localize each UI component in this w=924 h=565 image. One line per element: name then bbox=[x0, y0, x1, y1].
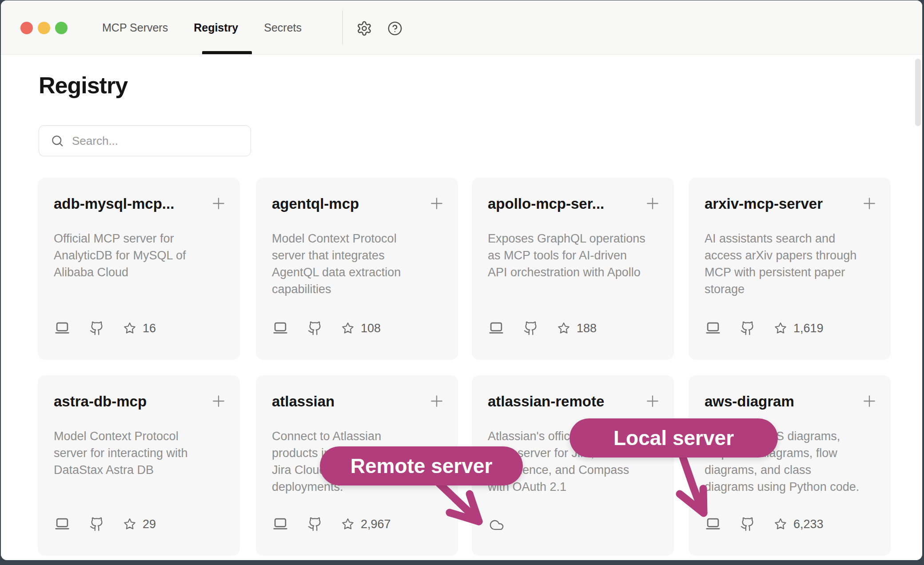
laptop-icon bbox=[272, 320, 289, 337]
server-name: arxiv-mcp-server bbox=[705, 195, 823, 212]
github-icon bbox=[740, 321, 755, 336]
local-server-callout: Local server bbox=[570, 418, 778, 458]
star-count: 1,619 bbox=[793, 322, 824, 335]
add-server-button[interactable] bbox=[860, 194, 879, 213]
add-server-button[interactable] bbox=[209, 194, 228, 213]
server-description: Model Context Protocol server that integ… bbox=[272, 230, 446, 298]
server-name: agentql-mcp bbox=[272, 195, 359, 212]
server-card-footer: 188 bbox=[488, 320, 597, 337]
search-box bbox=[39, 125, 251, 156]
star-rating: 2,967 bbox=[341, 517, 391, 531]
server-description: Exposes GraphQL operations as MCP tools … bbox=[488, 230, 662, 281]
star-count: 6,233 bbox=[793, 517, 824, 531]
add-server-button[interactable] bbox=[643, 391, 662, 411]
star-icon bbox=[774, 322, 787, 335]
server-card-footer: 29 bbox=[54, 516, 156, 533]
plus-icon bbox=[210, 392, 227, 410]
laptop-icon bbox=[705, 516, 721, 533]
plus-icon bbox=[428, 195, 446, 212]
server-name: astra-db-mcp bbox=[54, 393, 147, 410]
github-icon bbox=[523, 321, 538, 336]
tab-mcp-servers[interactable]: MCP Servers bbox=[102, 21, 168, 34]
titlebar-divider bbox=[342, 10, 343, 45]
star-icon bbox=[557, 322, 570, 335]
server-card[interactable]: astra-db-mcpModel Context Protocol serve… bbox=[38, 375, 240, 556]
remote-server-callout: Remote server bbox=[320, 446, 523, 485]
star-rating: 108 bbox=[341, 322, 381, 335]
server-card-footer: 2,967 bbox=[272, 516, 391, 533]
plus-icon bbox=[644, 195, 661, 212]
star-icon bbox=[341, 517, 354, 531]
laptop-icon bbox=[705, 320, 721, 337]
server-card-footer bbox=[488, 517, 524, 533]
plus-icon bbox=[210, 195, 227, 212]
star-count: 16 bbox=[143, 322, 156, 335]
search-input[interactable] bbox=[72, 134, 241, 148]
laptop-icon bbox=[54, 320, 71, 337]
star-rating: 6,233 bbox=[774, 517, 824, 531]
titlebar: MCP Servers Registry Secrets bbox=[1, 0, 922, 55]
add-server-button[interactable] bbox=[860, 391, 879, 411]
star-rating: 29 bbox=[123, 517, 156, 531]
github-icon bbox=[89, 517, 104, 532]
traffic-light-close[interactable] bbox=[20, 22, 33, 34]
star-count: 29 bbox=[143, 517, 156, 531]
traffic-light-minimize[interactable] bbox=[38, 22, 50, 34]
github-icon bbox=[89, 321, 104, 336]
help-button[interactable] bbox=[386, 20, 403, 37]
star-icon bbox=[341, 322, 354, 335]
star-rating: 188 bbox=[557, 322, 597, 335]
star-rating: 1,619 bbox=[774, 322, 824, 335]
traffic-light-zoom[interactable] bbox=[55, 22, 68, 34]
page-title: Registry bbox=[39, 72, 127, 99]
server-card[interactable]: apollo-mcp-ser...Exposes GraphQL operati… bbox=[472, 178, 674, 360]
laptop-icon bbox=[54, 516, 71, 533]
server-name: apollo-mcp-ser... bbox=[488, 195, 604, 212]
star-icon bbox=[123, 517, 136, 531]
server-name: atlassian-remote bbox=[488, 393, 604, 410]
server-card[interactable]: adb-mysql-mcp...Official MCP server for … bbox=[38, 178, 240, 360]
star-icon bbox=[774, 517, 787, 531]
server-description: Official MCP server for AnalyticDB for M… bbox=[54, 230, 228, 281]
tab-secrets[interactable]: Secrets bbox=[264, 21, 302, 34]
plus-icon bbox=[860, 392, 878, 410]
add-server-button[interactable] bbox=[427, 391, 446, 411]
server-name: aws-diagram bbox=[705, 393, 794, 410]
star-count: 108 bbox=[361, 322, 381, 335]
server-card-footer: 6,233 bbox=[705, 516, 824, 533]
server-card[interactable]: agentql-mcpModel Context Protocol server… bbox=[256, 178, 458, 360]
tab-bar: MCP Servers Registry Secrets bbox=[102, 0, 302, 55]
plus-icon bbox=[428, 392, 446, 410]
server-description: AI assistants search and access arXiv pa… bbox=[705, 230, 879, 298]
gear-icon bbox=[356, 20, 372, 36]
star-count: 2,967 bbox=[361, 517, 391, 531]
github-icon bbox=[307, 517, 323, 532]
tab-registry[interactable]: Registry bbox=[194, 21, 238, 34]
github-icon bbox=[740, 517, 755, 532]
server-name: atlassian bbox=[272, 393, 335, 410]
plus-icon bbox=[644, 392, 661, 410]
active-tab-indicator bbox=[202, 51, 252, 54]
star-count: 188 bbox=[577, 322, 597, 335]
plus-icon bbox=[860, 195, 878, 212]
server-card-footer: 16 bbox=[54, 320, 156, 337]
magnifier-icon bbox=[51, 134, 64, 147]
laptop-icon bbox=[488, 320, 505, 337]
question-circle-icon bbox=[387, 21, 402, 36]
laptop-icon bbox=[272, 516, 289, 533]
server-card[interactable]: aws-diagramGenerate AWS diagrams, sequen… bbox=[689, 375, 891, 556]
vertical-scrollbar-thumb[interactable] bbox=[915, 59, 921, 126]
github-icon bbox=[307, 321, 323, 336]
server-description: Model Context Protocol server for intera… bbox=[54, 428, 228, 478]
star-rating: 16 bbox=[123, 322, 156, 335]
server-card-footer: 108 bbox=[272, 320, 381, 337]
add-server-button[interactable] bbox=[643, 194, 662, 213]
star-icon bbox=[123, 322, 136, 335]
server-card-footer: 1,619 bbox=[705, 320, 824, 337]
add-server-button[interactable] bbox=[427, 194, 446, 213]
server-name: adb-mysql-mcp... bbox=[54, 195, 174, 212]
server-card[interactable]: arxiv-mcp-serverAI assistants search and… bbox=[689, 178, 891, 360]
add-server-button[interactable] bbox=[209, 391, 228, 411]
settings-button[interactable] bbox=[356, 20, 373, 37]
cloud-icon bbox=[488, 517, 506, 533]
